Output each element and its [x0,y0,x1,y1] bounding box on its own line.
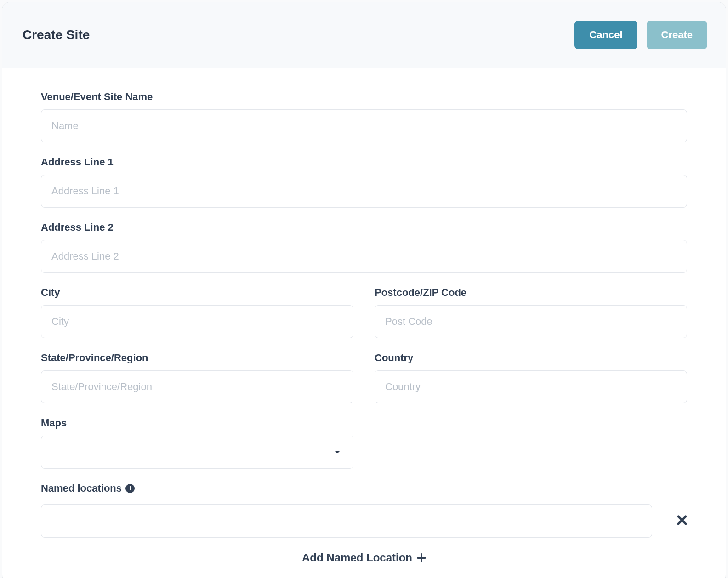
city-group: City [41,287,353,338]
country-group: Country [375,352,687,403]
address2-input[interactable] [41,240,687,273]
city-label: City [41,287,353,299]
site-name-label: Venue/Event Site Name [41,91,687,103]
remove-named-location-button[interactable] [677,515,687,527]
maps-select[interactable] [41,436,353,469]
address2-label: Address Line 2 [41,221,687,233]
address1-input[interactable] [41,175,687,208]
named-locations-label-wrap: Named locations i [41,482,135,494]
card-body: Venue/Event Site Name Address Line 1 Add… [2,68,726,578]
add-named-location-label: Add Named Location [302,551,412,564]
add-named-location-button[interactable]: Add Named Location [302,551,426,564]
create-site-card: Create Site Cancel Create Venue/Event Si… [2,2,726,578]
add-named-location-wrap: Add Named Location [41,551,687,564]
cancel-button[interactable]: Cancel [574,21,637,49]
postcode-group: Postcode/ZIP Code [375,287,687,338]
named-location-input[interactable] [41,504,652,538]
postcode-input[interactable] [375,305,687,338]
postcode-label: Postcode/ZIP Code [375,287,687,299]
state-country-row: State/Province/Region Country [41,352,687,403]
state-group: State/Province/Region [41,352,353,403]
site-name-input[interactable] [41,109,687,142]
named-locations-group: Named locations i [41,482,687,538]
address2-group: Address Line 2 [41,221,687,273]
maps-select-wrap [41,436,353,469]
city-input[interactable] [41,305,353,338]
maps-group: Maps [41,417,353,469]
state-input[interactable] [41,370,353,403]
site-name-group: Venue/Event Site Name [41,91,687,142]
maps-spacer [375,417,687,469]
plus-icon [417,553,426,562]
address1-label: Address Line 1 [41,156,687,168]
maps-label: Maps [41,417,353,429]
info-icon[interactable]: i [125,484,135,493]
header-actions: Cancel Create [574,21,707,49]
address1-group: Address Line 1 [41,156,687,208]
close-icon [677,515,687,525]
create-button[interactable]: Create [647,21,707,49]
state-label: State/Province/Region [41,352,353,364]
card-header: Create Site Cancel Create [2,2,726,68]
named-location-row [41,504,687,538]
country-input[interactable] [375,370,687,403]
page-title: Create Site [23,28,90,42]
named-locations-label: Named locations [41,482,122,494]
city-postcode-row: City Postcode/ZIP Code [41,287,687,338]
country-label: Country [375,352,687,364]
maps-row: Maps [41,417,687,469]
